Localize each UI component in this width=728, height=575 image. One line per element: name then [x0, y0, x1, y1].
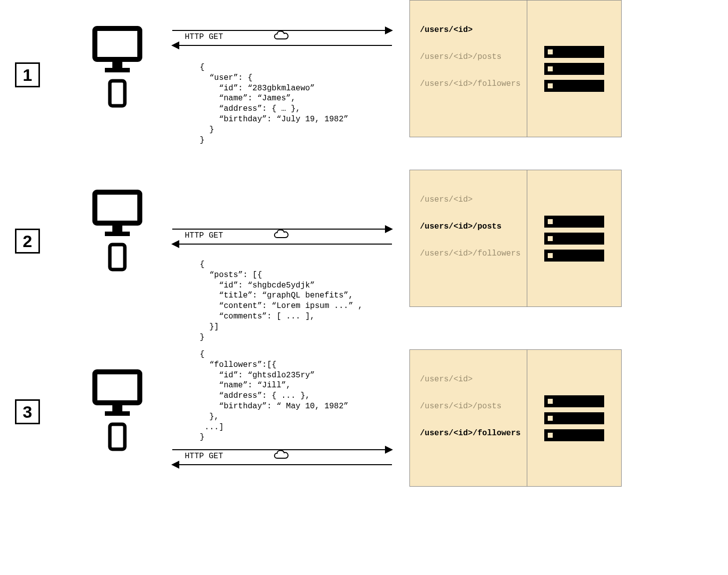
request-response-arrows-2: HTTP GET	[172, 229, 392, 245]
endpoints-list-2: /users/<id> /users/<id>/posts /users/<id…	[410, 170, 527, 306]
endpoint-posts: /users/<id>/posts	[420, 222, 527, 231]
server-rack-bar	[544, 80, 604, 92]
desktop-and-mobile-icon	[92, 369, 142, 452]
svg-rect-11	[110, 424, 125, 449]
server-rack-bar	[544, 250, 604, 262]
endpoint-users: /users/<id>	[420, 25, 527, 34]
svg-rect-6	[105, 232, 130, 236]
cloud-icon	[272, 228, 290, 242]
svg-rect-7	[110, 245, 125, 270]
request-response-arrows-3: HTTP GET	[172, 449, 392, 465]
step-number-3: 3	[15, 399, 40, 424]
svg-rect-5	[112, 225, 122, 232]
desktop-and-mobile-icon	[92, 26, 142, 108]
server-rack-bar	[544, 216, 604, 228]
client-devices-1	[92, 26, 142, 111]
server-box-2: /users/<id> /users/<id>/posts /users/<id…	[409, 170, 622, 307]
endpoint-followers: /users/<id>/followers	[420, 429, 527, 438]
endpoint-followers: /users/<id>/followers	[420, 79, 527, 88]
endpoint-users: /users/<id>	[420, 195, 527, 204]
server-rack-bar	[544, 233, 604, 245]
svg-rect-0	[95, 28, 140, 59]
endpoint-followers: /users/<id>/followers	[420, 249, 527, 258]
svg-rect-4	[95, 192, 140, 223]
client-devices-2	[92, 190, 142, 275]
svg-rect-9	[112, 404, 122, 411]
server-icon-1	[527, 0, 621, 137]
server-rack-bar	[544, 63, 604, 75]
response-arrow	[172, 45, 392, 46]
svg-rect-1	[112, 61, 122, 68]
server-box-1: /users/<id> /users/<id>/posts /users/<id…	[409, 0, 622, 137]
server-rack-bar	[544, 429, 604, 441]
server-icon-2	[527, 170, 621, 306]
request-response-arrows-1: HTTP GET	[172, 30, 392, 46]
response-arrow	[172, 244, 392, 245]
svg-rect-3	[110, 81, 125, 106]
cloud-icon	[272, 29, 290, 43]
desktop-and-mobile-icon	[92, 190, 142, 272]
endpoint-posts: /users/<id>/posts	[420, 402, 527, 411]
svg-rect-8	[95, 372, 140, 403]
cloud-icon	[272, 448, 290, 463]
endpoints-list-3: /users/<id> /users/<id>/posts /users/<id…	[410, 350, 527, 486]
svg-rect-2	[105, 68, 130, 72]
server-icon-3	[527, 350, 621, 486]
endpoint-posts: /users/<id>/posts	[420, 52, 527, 61]
endpoints-list-1: /users/<id> /users/<id>/posts /users/<id…	[410, 0, 527, 137]
step-number-2: 2	[15, 229, 40, 254]
json-payload-1: { “user”: { “id”: “283gbkmlaewo” “name”:…	[200, 62, 349, 145]
step-number-1: 1	[15, 62, 40, 87]
server-rack-bar	[544, 412, 604, 424]
server-rack-bar	[544, 46, 604, 58]
http-method-label: HTTP GET	[185, 452, 223, 461]
json-payload-2: { “posts”: [{ “id”: “shgbcde5ydjk” “titl…	[200, 260, 363, 342]
endpoint-users: /users/<id>	[420, 375, 527, 384]
server-box-3: /users/<id> /users/<id>/posts /users/<id…	[409, 349, 622, 487]
response-arrow	[172, 464, 392, 465]
client-devices-3	[92, 369, 142, 454]
svg-rect-10	[105, 411, 130, 416]
server-rack-bar	[544, 395, 604, 407]
http-method-label: HTTP GET	[185, 231, 223, 240]
http-method-label: HTTP GET	[185, 32, 223, 41]
json-payload-3: { “followers”:[{ “id”: “ghtsdlo235ry” “n…	[200, 349, 349, 443]
